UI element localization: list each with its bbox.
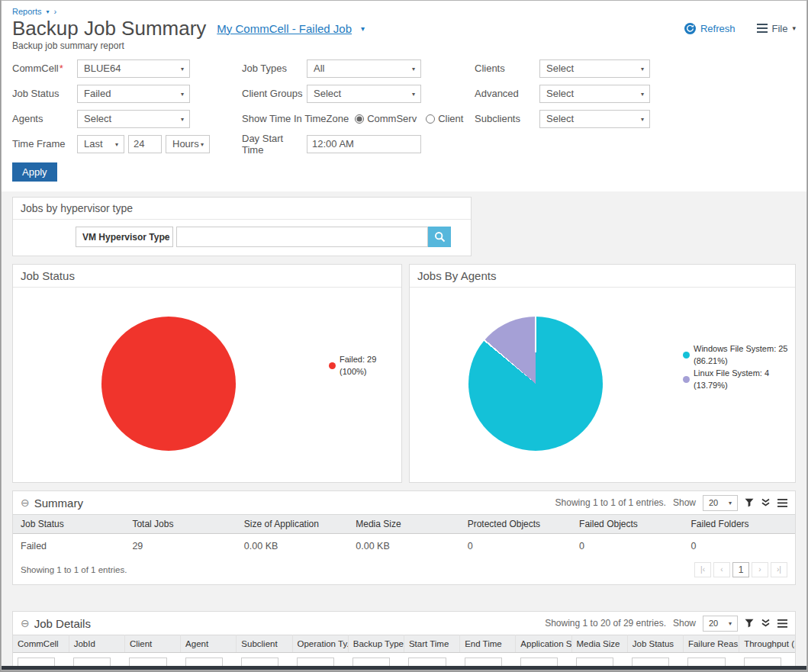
summary-column-header[interactable]: Size of Application [237, 515, 348, 534]
summary-column-header[interactable]: Failed Objects [571, 515, 683, 534]
summary-column-header[interactable]: Total Jobs [124, 515, 236, 534]
summary-column-header[interactable]: Failed Folders [684, 515, 795, 534]
time-frame-mode-select[interactable]: Last ▾ [77, 135, 124, 153]
job-details-column-header[interactable]: JobId [69, 635, 124, 653]
apply-button[interactable]: Apply [12, 162, 57, 182]
job-details-column-header[interactable]: Throughput (... [739, 635, 795, 653]
job-details-column-header[interactable]: Subclient [237, 635, 292, 653]
agents-label: Agents [12, 113, 77, 124]
summary-column-header[interactable]: Media Size [348, 515, 459, 534]
page-size-select[interactable]: 20 ▾ [703, 616, 738, 632]
chart-title: Jobs By Agents [410, 265, 795, 288]
advanced-select[interactable]: Select ▾ [539, 85, 650, 103]
hypervisor-type-select[interactable]: VM Hypervisor Type ▾ [76, 227, 173, 247]
time-frame-unit-select[interactable]: Hours ▾ [166, 135, 210, 153]
commserv-radio-input[interactable] [355, 114, 364, 124]
breadcrumb-separator-icon: › [54, 7, 57, 16]
pagination-current-page[interactable]: 1 [732, 562, 749, 577]
chevron-down-icon: ▾ [181, 115, 184, 122]
filter-toggle-button[interactable] [745, 498, 754, 507]
radio-commserv[interactable]: CommServ [355, 113, 417, 124]
subclients-select[interactable]: Select ▾ [539, 110, 650, 128]
filter-commcell: CommCell* BLUE64 ▾ [12, 56, 242, 81]
job-details-column-header[interactable]: Job Status [627, 635, 683, 653]
legend-item[interactable]: Linux File System: 4 (13.79%) [683, 367, 795, 391]
legend-label: Failed: 29 (100%) [340, 353, 401, 378]
jobs-by-agents-pie-chart[interactable] [468, 317, 603, 451]
expand-all-button[interactable] [761, 498, 771, 507]
job-status-pie-chart[interactable] [101, 317, 236, 451]
collapse-icon[interactable]: ⊖ [21, 618, 30, 629]
job-details-column-header[interactable]: End Time [460, 635, 516, 653]
chevron-down-icon: ▾ [164, 233, 167, 240]
breadcrumb-reports-link[interactable]: Reports [12, 7, 42, 16]
chevron-down-icon: ▾ [641, 115, 644, 122]
select-value: Hours [172, 138, 199, 150]
job-details-column-header[interactable]: Application S... [516, 635, 571, 653]
window-bottom-edge [2, 666, 806, 670]
filter-toggle-button[interactable] [745, 619, 754, 628]
pagination-first-button[interactable]: |‹ [694, 562, 711, 577]
summary-showing-text: Showing 1 to 1 of 1 entries. [555, 497, 666, 508]
refresh-icon [684, 23, 696, 34]
hypervisor-search-input[interactable] [176, 227, 428, 247]
time-frame-amount-input[interactable] [128, 135, 162, 153]
agents-select[interactable]: Select ▾ [77, 110, 190, 128]
day-start-time-input[interactable] [307, 135, 421, 153]
legend-swatch-icon [329, 362, 336, 369]
legend-item[interactable]: Windows File System: 25 (86.21%) [683, 342, 795, 367]
client-groups-select[interactable]: Select ▾ [307, 85, 421, 103]
file-label: File [772, 23, 788, 34]
job-details-column-header[interactable]: Failure Reas... [683, 635, 739, 653]
pagination-last-button[interactable]: ›| [771, 562, 787, 577]
job-status-chart-panel: Job Status Failed: 29 (100%) [12, 264, 402, 483]
summary-section: ⊖ Summary Showing 1 to 1 of 1 entries. S… [12, 490, 796, 585]
radio-label: Client [438, 113, 463, 124]
chevron-down-icon: ▾ [201, 140, 204, 147]
job-status-select[interactable]: Failed ▾ [77, 85, 190, 103]
select-value: VM Hypervisor Type [82, 232, 169, 243]
subclients-label: Subclients [475, 113, 539, 124]
job-details-column-header[interactable]: Backup Type [348, 635, 404, 653]
summary-column-header[interactable]: Protected Objects [460, 515, 571, 534]
file-menu-button[interactable]: File ▾ [757, 23, 796, 34]
legend-swatch-icon [683, 376, 690, 383]
job-details-column-header[interactable]: Start Time [404, 635, 459, 653]
columns-menu-button[interactable] [777, 499, 787, 507]
refresh-button[interactable]: Refresh [684, 23, 736, 34]
select-value: 20 [709, 619, 718, 628]
jobs-by-agents-chart-panel: Jobs By Agents Windows File System: 25 (… [409, 264, 796, 483]
expand-all-button[interactable] [761, 619, 771, 628]
select-value: 20 [709, 498, 718, 507]
table-cell: 0 [571, 534, 683, 559]
client-radio-input[interactable] [426, 114, 435, 124]
required-asterisk: * [60, 63, 63, 74]
report-view-link[interactable]: My CommCell - Failed Job [217, 22, 352, 35]
commcell-select[interactable]: BLUE64 ▾ [77, 59, 190, 78]
collapse-icon[interactable]: ⊖ [21, 497, 30, 508]
job-details-table: CommCellJobIdClientAgentSubclientOperati… [13, 635, 795, 670]
summary-column-header[interactable]: Job Status [13, 515, 124, 534]
job-details-column-header[interactable]: Operation Ty... [292, 635, 348, 653]
time-frame-label: Time Frame [12, 138, 77, 150]
page-size-select[interactable]: 20 ▾ [703, 495, 738, 511]
clients-select[interactable]: Select ▾ [539, 59, 650, 78]
pagination-next-button[interactable]: › [752, 562, 768, 577]
filter-day-start-time: Day Start Time [242, 131, 475, 156]
job-types-select[interactable]: All ▾ [307, 59, 421, 78]
job-details-column-header[interactable]: Client [124, 635, 180, 653]
timezone-label: Show Time In TimeZone [242, 113, 349, 124]
pagination-prev-button[interactable]: ‹ [713, 562, 730, 577]
select-value: BLUE64 [84, 63, 121, 74]
job-details-column-header[interactable]: Media Size [571, 635, 627, 653]
radio-label: CommServ [367, 113, 417, 124]
columns-menu-button[interactable] [777, 619, 787, 628]
job-details-column-header[interactable]: CommCell [13, 635, 69, 653]
jobs-by-hypervisor-panel: Jobs by hypervisor type VM Hypervisor Ty… [12, 197, 472, 256]
view-dropdown-caret-icon[interactable]: ▾ [361, 24, 365, 33]
chevron-down-icon[interactable]: ▾ [47, 8, 50, 15]
legend-item[interactable]: Failed: 29 (100%) [329, 353, 401, 378]
search-button[interactable] [428, 227, 451, 247]
job-details-column-header[interactable]: Agent [181, 635, 237, 653]
radio-client[interactable]: Client [426, 113, 463, 124]
